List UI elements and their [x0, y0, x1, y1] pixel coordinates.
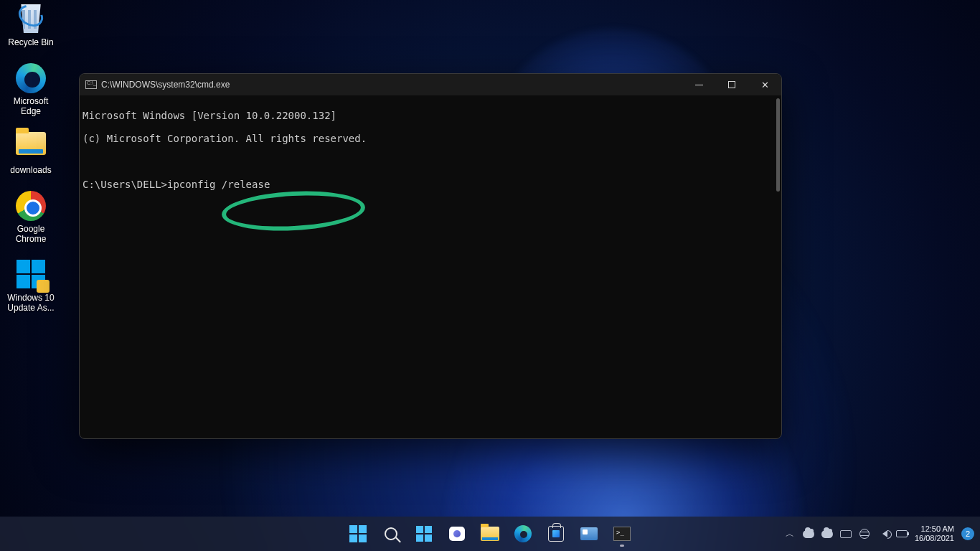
edge-icon [15, 63, 47, 95]
cmd-window[interactable]: C:\WINDOWS\system32\cmd.exe ✕ Microsoft … [79, 73, 782, 439]
search-icon [385, 527, 397, 540]
settings-icon [580, 527, 598, 540]
edge-icon [514, 525, 532, 542]
terminal-icon [613, 527, 631, 541]
icon-label: Google Chrome [3, 224, 59, 244]
network-tray-icon[interactable] [859, 528, 870, 540]
keyboard-tray-icon[interactable] [840, 528, 852, 540]
chat-icon [449, 527, 465, 541]
maximize-button[interactable] [715, 74, 748, 95]
icon-label: Windows 10 Update As... [3, 293, 59, 313]
chrome-icon [15, 191, 47, 222]
window-titlebar[interactable]: C:\WINDOWS\system32\cmd.exe ✕ [80, 74, 781, 95]
terminal-prompt-line: C:\Users\DELL>ipconfig /release [80, 179, 777, 190]
scrollbar-thumb[interactable] [776, 98, 780, 192]
start-button[interactable] [344, 519, 372, 548]
terminal-body[interactable]: Microsoft Windows [Version 10.0.22000.13… [80, 95, 781, 217]
clock-date: 16/08/2021 [915, 534, 954, 543]
store-button[interactable] [542, 519, 570, 548]
taskbar-center [344, 519, 636, 548]
terminal-command: ipconfig /release [167, 179, 270, 190]
edge-button[interactable] [509, 519, 537, 548]
search-button[interactable] [377, 519, 405, 548]
desktop-icons: Recycle Bin Microsoft Edge downloads Goo… [3, 3, 63, 329]
terminal-line: (c) Microsoft Corporation. All rights re… [80, 133, 777, 144]
weather-tray-icon[interactable] [803, 528, 814, 540]
close-button[interactable]: ✕ [748, 74, 781, 95]
minimize-button[interactable] [682, 74, 715, 95]
store-icon [548, 526, 564, 542]
widgets-icon [416, 526, 432, 542]
taskbar: ︿ 12:50 AM 16/08/2021 2 [0, 517, 980, 551]
cmd-taskbar-button[interactable] [608, 519, 636, 548]
desktop-icon-win10-update[interactable]: Windows 10 Update As... [3, 260, 59, 313]
icon-label: Microsoft Edge [3, 96, 59, 116]
desktop-icon-chrome[interactable]: Google Chrome [3, 191, 59, 244]
desktop-icon-edge[interactable]: Microsoft Edge [3, 63, 59, 116]
desktop[interactable]: Recycle Bin Microsoft Edge downloads Goo… [0, 0, 980, 551]
recycle-bin-icon [15, 4, 47, 36]
file-explorer-button[interactable] [476, 519, 504, 548]
taskbar-clock[interactable]: 12:50 AM 16/08/2021 [915, 524, 954, 543]
folder-icon [15, 132, 47, 164]
clock-time: 12:50 AM [915, 524, 954, 534]
volume-tray-icon[interactable] [877, 528, 889, 540]
notification-count: 2 [966, 529, 970, 538]
icon-label: Recycle Bin [3, 37, 59, 47]
cmd-icon [85, 80, 97, 89]
settings-button[interactable] [575, 519, 603, 548]
desktop-icon-recycle-bin[interactable]: Recycle Bin [3, 4, 59, 47]
desktop-icon-downloads[interactable]: downloads [3, 132, 59, 175]
widgets-button[interactable] [410, 519, 438, 548]
tray-overflow-button[interactable]: ︿ [784, 528, 796, 540]
system-tray: ︿ 12:50 AM 16/08/2021 2 [784, 517, 974, 551]
terminal-line: Microsoft Windows [Version 10.0.22000.13… [80, 110, 777, 121]
chat-button[interactable] [443, 519, 471, 548]
battery-tray-icon[interactable] [896, 528, 908, 540]
window-title: C:\WINDOWS\system32\cmd.exe [101, 80, 682, 90]
icon-label: downloads [3, 165, 59, 175]
onedrive-tray-icon[interactable] [821, 528, 833, 540]
notifications-button[interactable]: 2 [961, 527, 974, 540]
windows-update-icon [15, 260, 47, 291]
terminal-prompt: C:\Users\DELL> [83, 179, 167, 190]
terminal-blank [80, 156, 777, 167]
folder-icon [481, 527, 499, 541]
